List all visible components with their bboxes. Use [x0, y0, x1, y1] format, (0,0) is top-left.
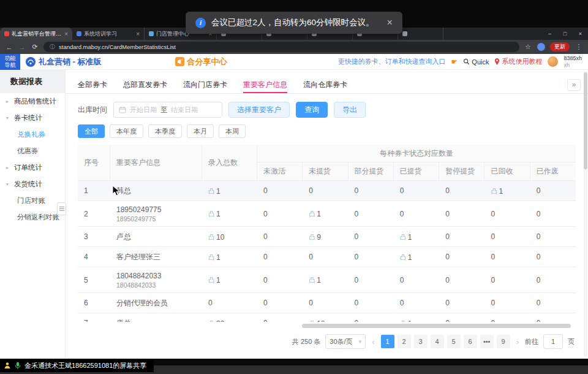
browser-profile-avatar[interactable] [537, 43, 545, 51]
count-link[interactable]: 凸1 [309, 210, 321, 218]
page-number[interactable]: 5 [447, 335, 461, 348]
goto-page-input[interactable] [543, 334, 563, 349]
quick-filter-button[interactable]: 本季度 [148, 124, 182, 138]
quick-filter-button[interactable]: 全部 [78, 124, 105, 138]
sidebar-sub-item[interactable]: 门店对账 [0, 193, 65, 209]
toast-close-icon[interactable]: × [387, 17, 393, 28]
quick-filter-button[interactable]: 本周 [219, 124, 246, 138]
count-link[interactable]: 凸18 [309, 319, 325, 322]
refresh-icon[interactable]: ⟳ [31, 43, 39, 51]
quick-entry-tip[interactable]: 更快捷的券卡、订单和快递查询入口 [338, 57, 446, 66]
page-size-select[interactable]: 30条/页 ▾ [325, 334, 366, 349]
page-number[interactable]: 4 [431, 335, 444, 348]
browser-tab[interactable] [398, 28, 443, 40]
count-link[interactable]: 凸1 [208, 210, 221, 218]
count-link[interactable]: 凸1 [491, 187, 503, 196]
card-count-icon: 凸 [208, 210, 214, 218]
vertical-scrollbar-thumb[interactable] [584, 72, 587, 169]
table-row[interactable]: 51804884203318048842033凸10凸100000 [78, 267, 576, 293]
sidebar-group-item[interactable]: ▾发货统计 [0, 176, 65, 193]
user-avatar[interactable] [548, 56, 558, 67]
count-link[interactable]: 凸1 [208, 187, 221, 196]
forward-icon[interactable]: → [18, 44, 26, 51]
card-count-icon: 凸 [208, 319, 214, 322]
cell-status: 0 [484, 253, 530, 261]
customer-subname: 18950249775 [116, 215, 202, 223]
content-tab[interactable]: 重要客户信息 [243, 77, 287, 93]
bookmark-star-icon[interactable]: ☆ [524, 43, 532, 51]
quick-filter-button[interactable]: 本月 [187, 124, 214, 138]
count-link[interactable]: 凸1 [208, 276, 221, 284]
page-ellipsis[interactable]: ••• [480, 335, 494, 348]
date-range-input[interactable]: 开始日期 至 结束日期 [113, 102, 222, 118]
count-link[interactable]: 凸1 [208, 253, 221, 262]
count-value: 0 [355, 299, 359, 307]
card-count-icon: 凸 [309, 319, 315, 322]
page-number[interactable]: 6 [464, 335, 477, 348]
cell-status: 0 [303, 299, 348, 307]
count-link[interactable]: 凸1 [400, 253, 412, 262]
count-link[interactable]: 凸9 [309, 233, 321, 242]
content-tab[interactable]: 总部直发券卡 [123, 77, 167, 93]
desktop: 礼盒营销平台管理中心×系统培训学习×门店管理中心× – □ × ← → ⟳ ⓘ … [0, 0, 588, 374]
cell-status: 凸1 [394, 319, 439, 322]
tab-close-icon[interactable]: × [64, 31, 68, 37]
sidebar-group-item[interactable]: ▸商品销售统计 [0, 93, 65, 110]
url-field[interactable]: ⓘ standard.maboy.cn/CardMemberStatistics… [43, 42, 519, 52]
page-number[interactable]: 3 [414, 335, 428, 348]
maximize-icon[interactable]: □ [557, 28, 573, 40]
table-row[interactable]: 3卢总凸100凸90凸1000 [78, 227, 576, 247]
horizontal-scrollbar-thumb[interactable] [302, 324, 571, 328]
browser-tab[interactable]: 系统培训学习× [72, 28, 145, 40]
content-tab[interactable]: 全部券卡 [78, 77, 107, 93]
count-link[interactable]: 凸1 [400, 233, 412, 242]
count-value: 0 [491, 232, 495, 241]
sidebar-group-item[interactable]: ▸订单统计 [0, 159, 65, 176]
page-number[interactable]: 1 [381, 335, 394, 348]
page-number[interactable]: 2 [398, 335, 411, 348]
count-number: 0 [445, 319, 450, 322]
browser-tab[interactable]: 礼盒营销平台管理中心× [0, 28, 72, 40]
table-row[interactable]: 6分销代理的会员00000000 [78, 293, 576, 313]
cell-customer: 1804884203318048842033 [110, 272, 202, 289]
browser-update-button[interactable]: 更新 [550, 42, 570, 52]
share-center-link[interactable]: 合分享中心 [175, 56, 227, 67]
content-tab[interactable]: 流向仓库券卡 [303, 77, 347, 93]
browser-menu-icon[interactable]: ⋮ [575, 43, 583, 51]
tab-favicon-icon [402, 31, 407, 36]
next-page-icon[interactable]: › [515, 337, 520, 346]
quick-search[interactable]: Quick [463, 58, 489, 66]
sidebar-sub-item[interactable]: 分销返利对账 [0, 209, 65, 226]
count-link[interactable]: 凸1 [400, 319, 412, 322]
sidebar-group-item[interactable]: ▾券卡统计 [0, 110, 65, 126]
query-button[interactable]: 查询 [296, 102, 328, 118]
user-name-block[interactable]: 8385xh xh [564, 55, 582, 69]
minimize-icon[interactable]: – [542, 28, 557, 40]
window-close-icon[interactable]: × [573, 28, 588, 40]
quick-filter-button[interactable]: 本年度 [110, 124, 143, 138]
table-row[interactable]: 4客户经理张三凸1000凸1000 [78, 247, 576, 267]
page-number[interactable]: 9 [497, 335, 510, 348]
site-info-icon[interactable]: ⓘ [50, 43, 55, 51]
back-icon[interactable]: ← [5, 44, 13, 51]
table-row[interactable]: 1韩总凸100000凸10 [78, 181, 576, 201]
expand-panel-icon[interactable]: » [567, 79, 581, 91]
table-row[interactable]: 21895024977518950249775凸10凸100000 [78, 201, 576, 227]
content-tab[interactable]: 流向门店券卡 [183, 77, 227, 93]
export-button[interactable]: 导出 [334, 102, 366, 118]
sidebar-sub-item[interactable]: 优惠券 [0, 143, 65, 159]
count-link[interactable]: 凸10 [208, 233, 224, 242]
tab-close-icon[interactable]: × [136, 31, 140, 37]
tutorial-link[interactable]: 系统使用教程 [494, 57, 542, 66]
count-link[interactable]: 凸20 [208, 319, 224, 322]
count-value: 0 [355, 186, 359, 195]
cell-status: 0 [484, 232, 530, 241]
sidebar-sub-item[interactable]: 兑换礼券 [0, 126, 65, 143]
table-row[interactable]: 7唐总凸200凸180凸1000 [78, 313, 576, 322]
sidebar-collapse-handle[interactable] [57, 202, 66, 215]
function-nav-button[interactable]: 功能 导航 [0, 54, 20, 70]
prev-page-icon[interactable]: ‹ [371, 337, 375, 346]
select-customer-button[interactable]: 选择重要客户 [228, 102, 290, 118]
count-link[interactable]: 凸1 [309, 276, 321, 284]
count-number: 0 [355, 276, 359, 284]
